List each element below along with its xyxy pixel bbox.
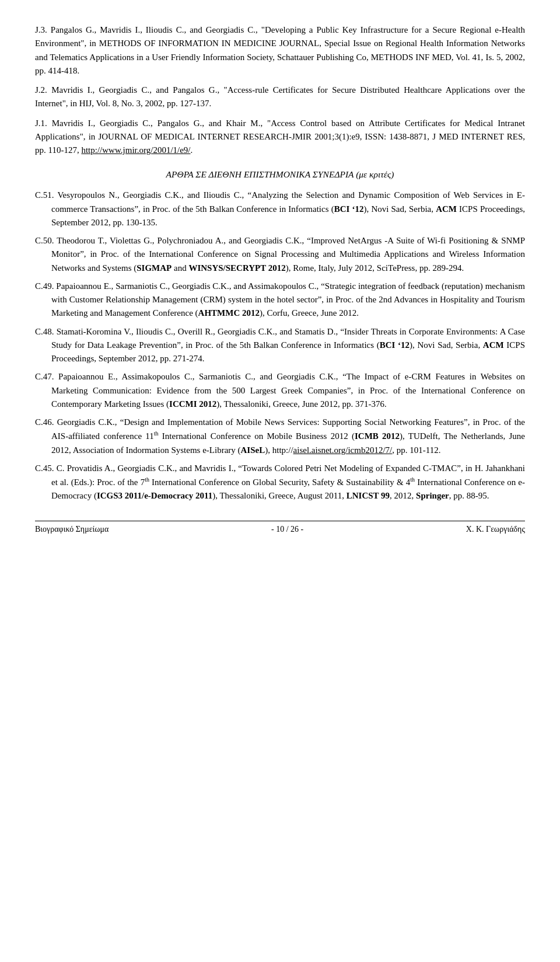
entry-c51: C.51. Vesyropoulos N., Georgiadis C.K., … <box>35 189 525 229</box>
paragraph-j2: J.2. Mavridis I., Georgiadis C., and Pan… <box>35 83 525 111</box>
aisel-link[interactable]: aisel.aisnet.org/icmb2012/7/ <box>293 445 393 455</box>
entry-c45: C.45. C. Provatidis A., Georgiadis C.K.,… <box>35 462 525 503</box>
paragraph-j3: J.3. Pangalos G., Mavridis I., Ilioudis … <box>35 23 525 78</box>
entry-c51-text: C.51. Vesyropoulos N., Georgiadis C.K., … <box>35 190 525 227</box>
text-j3: J.3. Pangalos G., Mavridis I., Ilioudis … <box>35 25 525 75</box>
entry-c47: C.47. Papaioannou E., Assimakopoulos C.,… <box>35 370 525 411</box>
page: J.3. Pangalos G., Mavridis I., Ilioudis … <box>0 0 560 557</box>
entry-c45-text: C.45. C. Provatidis A., Georgiadis C.K.,… <box>35 463 525 501</box>
entry-c49: C.49. Papaioannou E., Sarmaniotis C., Ge… <box>35 280 525 320</box>
footer-center: - 10 / 26 - <box>271 525 303 534</box>
main-content: J.3. Pangalos G., Mavridis I., Ilioudis … <box>35 23 525 503</box>
footer-left: Βιογραφικό Σημείωμα <box>35 525 108 534</box>
entry-c48-text: C.48. Stamati-Koromina V., Ilioudis C., … <box>35 327 525 364</box>
footer: Βιογραφικό Σημείωμα - 10 / 26 - Χ. Κ. Γε… <box>35 521 525 534</box>
section-heading: ΑΡΘΡΑ ΣΕ ΔΙΕΘΝΗ ΕΠΙΣΤΗΜΟΝΙΚΑ ΣΥΝΕΔΡΙΑ (μ… <box>35 168 525 182</box>
entry-c50: C.50. Theodorou T., Violettas G., Polych… <box>35 234 525 275</box>
entry-c46-text: C.46. Georgiadis C.K., “Design and Imple… <box>35 417 525 455</box>
entry-c49-text: C.49. Papaioannou E., Sarmaniotis C., Ge… <box>35 281 525 318</box>
entry-c46: C.46. Georgiadis C.K., “Design and Imple… <box>35 416 525 457</box>
entry-c47-text: C.47. Papaioannou E., Assimakopoulos C.,… <box>35 372 525 409</box>
text-j2: J.2. Mavridis I., Georgiadis C., and Pan… <box>35 85 525 108</box>
section-heading-text: ΑΡΘΡΑ ΣΕ ΔΙΕΘΝΗ ΕΠΙΣΤΗΜΟΝΙΚΑ ΣΥΝΕΔΡΙΑ (μ… <box>166 169 394 179</box>
text-j1: J.1. Mavridis I., Georgiadis C., Pangalo… <box>35 118 525 155</box>
entry-c50-text: C.50. Theodorou T., Violettas G., Polych… <box>35 236 525 273</box>
jmir-link[interactable]: http://www.jmir.org/2001/1/e9/ <box>81 145 190 155</box>
paragraph-j1: J.1. Mavridis I., Georgiadis C., Pangalo… <box>35 117 525 158</box>
footer-right: Χ. Κ. Γεωργιάδης <box>466 525 525 534</box>
entry-c48: C.48. Stamati-Koromina V., Ilioudis C., … <box>35 325 525 366</box>
